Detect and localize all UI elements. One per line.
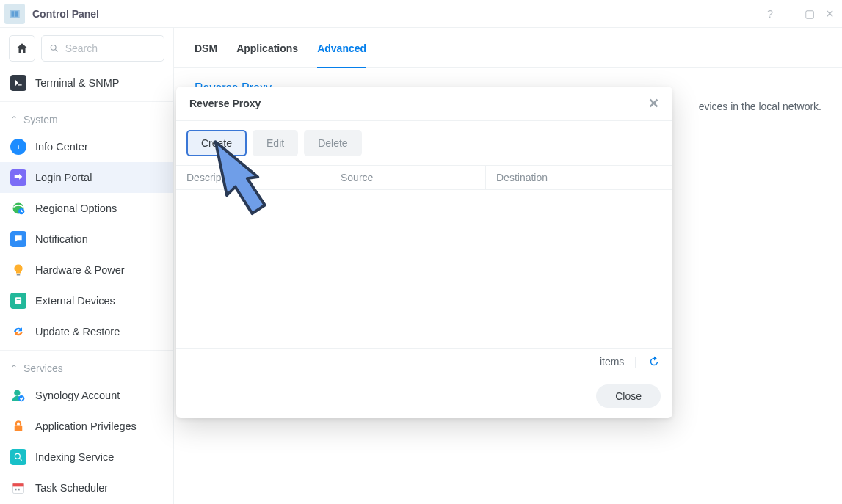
- table-body: [176, 190, 672, 348]
- svg-rect-9: [15, 297, 21, 304]
- svg-line-4: [56, 50, 58, 52]
- delete-button: Delete: [304, 130, 361, 156]
- sidebar-item-label: Login Portal: [35, 172, 92, 183]
- lock-icon: [12, 419, 25, 434]
- reverse-proxy-modal: Reverse Proxy ✕ Create Edit Delete Descr…: [176, 87, 672, 418]
- svg-point-14: [15, 453, 20, 459]
- svg-rect-0: [10, 10, 20, 18]
- chevron-up-icon: ⌃: [10, 114, 18, 125]
- sidebar-item-hardware-power[interactable]: Hardware & Power: [0, 255, 173, 285]
- sidebar-item-external-devices[interactable]: External Devices: [0, 285, 173, 316]
- tab-advanced[interactable]: Advanced: [317, 43, 366, 67]
- maximize-icon[interactable]: ▢: [805, 7, 815, 21]
- tab-applications[interactable]: Applications: [236, 43, 298, 67]
- portal-icon: [13, 172, 23, 183]
- sidebar-item-label: Hardware & Power: [35, 264, 125, 276]
- search-icon: [49, 43, 59, 54]
- titlebar: Control Panel ? — ▢ ✕: [0, 0, 842, 28]
- terminal-icon: [13, 78, 23, 88]
- sidebar-item-application-privileges[interactable]: Application Privileges: [0, 411, 173, 442]
- sidebar-item-synology-account[interactable]: Synology Account: [0, 380, 173, 411]
- refresh-icon: [647, 355, 661, 368]
- sidebar-item-label: Notification: [35, 233, 88, 245]
- modal-footer: Close: [176, 374, 672, 418]
- section-header-system[interactable]: ⌃ System: [0, 101, 173, 131]
- items-count-label: items: [600, 356, 624, 368]
- minimize-icon[interactable]: —: [783, 7, 794, 20]
- svg-rect-13: [15, 426, 23, 431]
- refresh-button[interactable]: [647, 355, 661, 368]
- column-destination[interactable]: Destination: [486, 166, 672, 189]
- bulb-icon: [12, 263, 25, 277]
- close-window-icon[interactable]: ✕: [825, 7, 835, 21]
- svg-point-3: [51, 45, 56, 50]
- sidebar-item-label: Indexing Service: [35, 451, 114, 463]
- close-button[interactable]: Close: [596, 384, 661, 408]
- close-icon[interactable]: ✕: [648, 97, 659, 110]
- svg-rect-17: [13, 483, 24, 486]
- window-controls: ? — ▢ ✕: [767, 7, 835, 21]
- svg-rect-18: [15, 489, 17, 491]
- svg-rect-8: [17, 274, 21, 275]
- table-header: Description Source Destination: [176, 165, 672, 190]
- modal-toolbar: Create Edit Delete: [176, 121, 672, 165]
- app-icon: [4, 4, 25, 24]
- chat-icon: [13, 234, 23, 244]
- index-search-icon: [13, 452, 23, 462]
- tab-dsm[interactable]: DSM: [195, 43, 217, 67]
- create-button[interactable]: Create: [186, 130, 247, 156]
- column-description[interactable]: Description: [176, 166, 330, 189]
- modal-header: Reverse Proxy ✕: [176, 87, 672, 121]
- section-label: Services: [23, 362, 63, 374]
- sidebar-item-label: Info Center: [35, 141, 88, 153]
- sidebar-item-update-restore[interactable]: Update & Restore: [0, 316, 173, 347]
- account-icon: [11, 388, 26, 403]
- edit-button: Edit: [253, 130, 298, 156]
- modal-title: Reverse Proxy: [189, 98, 261, 109]
- sidebar-item-label: Update & Restore: [35, 326, 120, 337]
- search-input[interactable]: [65, 43, 156, 54]
- chevron-up-icon: ⌃: [10, 363, 18, 373]
- sidebar-item-notification[interactable]: Notification: [0, 224, 173, 255]
- svg-point-11: [14, 390, 20, 396]
- sidebar-item-label: Terminal & SNMP: [35, 77, 119, 89]
- search-input-wrapper[interactable]: [41, 35, 164, 62]
- sidebar-item-label: Synology Account: [35, 390, 120, 401]
- modal-status-bar: items |: [176, 348, 672, 374]
- device-icon: [13, 296, 23, 306]
- sidebar: Terminal & SNMP ⌃ System i Info Center L…: [0, 28, 174, 504]
- help-icon[interactable]: ?: [767, 7, 773, 20]
- svg-point-12: [18, 395, 24, 401]
- sidebar-item-label: External Devices: [35, 295, 115, 307]
- sidebar-item-regional-options[interactable]: Regional Options: [0, 193, 173, 224]
- sidebar-item-login-portal[interactable]: Login Portal: [0, 162, 173, 193]
- globe-icon: [11, 201, 26, 216]
- home-button[interactable]: [9, 35, 35, 62]
- window-title: Control Panel: [32, 8, 767, 20]
- svg-rect-19: [18, 489, 20, 491]
- section-label: System: [23, 114, 58, 125]
- section-header-services[interactable]: ⌃ Services: [0, 350, 173, 380]
- sidebar-item-info-center[interactable]: i Info Center: [0, 131, 173, 162]
- sidebar-item-terminal-snmp[interactable]: Terminal & SNMP: [0, 67, 173, 98]
- sidebar-item-label: Task Scheduler: [35, 482, 108, 494]
- sidebar-item-label: Regional Options: [35, 202, 117, 214]
- sidebar-item-indexing-service[interactable]: Indexing Service: [0, 442, 173, 472]
- sidebar-item-label: Application Privileges: [35, 420, 137, 432]
- tab-bar: DSM Applications Advanced: [174, 28, 842, 68]
- sync-icon: [11, 324, 26, 339]
- svg-rect-2: [15, 11, 18, 17]
- svg-rect-1: [12, 11, 15, 17]
- home-icon: [15, 42, 29, 55]
- column-source[interactable]: Source: [330, 166, 486, 189]
- info-icon: i: [14, 142, 23, 151]
- svg-line-15: [20, 459, 22, 461]
- sidebar-item-task-scheduler[interactable]: Task Scheduler: [0, 472, 173, 503]
- svg-rect-10: [17, 299, 21, 300]
- svg-text:i: i: [18, 144, 19, 150]
- calendar-icon: [11, 481, 26, 495]
